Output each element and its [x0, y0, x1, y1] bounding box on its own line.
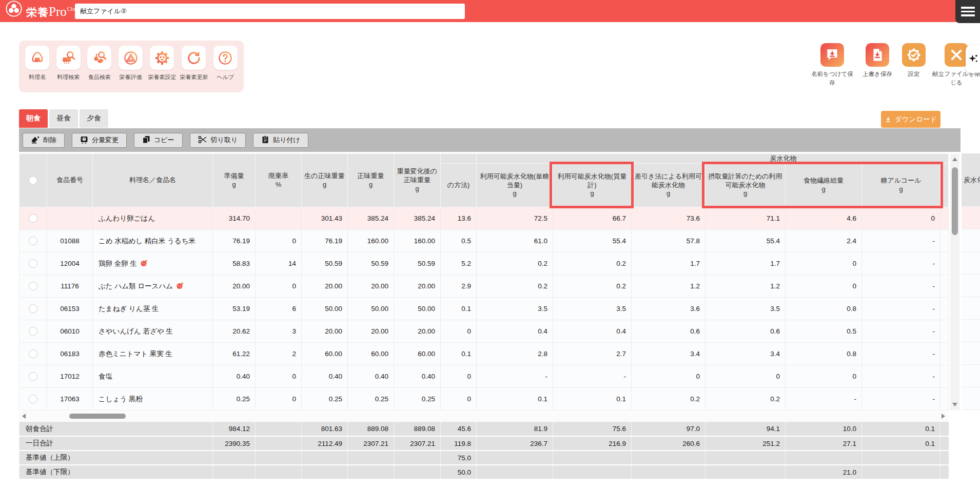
- row-select-cell: [19, 343, 47, 365]
- scroll-up-arrow[interactable]: [952, 158, 957, 161]
- quick-tool-4[interactable]: 栄養評価: [117, 46, 145, 87]
- value-cell: 5.2: [441, 252, 477, 275]
- value-cell: 3.6: [632, 298, 705, 320]
- value-cell: 160.00: [394, 230, 441, 252]
- value-cell: 0.8: [786, 298, 862, 320]
- summary-value-cell: 2307.21: [394, 436, 441, 451]
- app-logo: 栄養ProCloud: [0, 0, 81, 22]
- horizontal-scrollbar[interactable]: [19, 411, 948, 421]
- row-select-cell: [19, 320, 47, 343]
- row-select-radio[interactable]: [29, 237, 37, 245]
- file-action-1[interactable]: 名前をつけて保存: [811, 43, 854, 87]
- row-select-radio[interactable]: [29, 304, 37, 313]
- menu-file-name-input[interactable]: [75, 4, 465, 19]
- value-cell: 55.4: [553, 230, 632, 252]
- value-cell: 0.25: [394, 388, 441, 411]
- summary-value-cell: [302, 451, 348, 465]
- file-action-label: 名前をつけて保存: [811, 70, 854, 87]
- group-header-empty: [441, 154, 477, 164]
- column-header: 準備量g: [213, 154, 256, 207]
- summary-row: 基準値（上限）75.0: [19, 451, 949, 465]
- clipped-row: [962, 252, 980, 275]
- action-eraser[interactable]: 削除: [23, 133, 65, 148]
- summary-value-cell: 75.0: [441, 451, 477, 465]
- scroll-down-arrow[interactable]: [952, 403, 957, 406]
- select-all-radio[interactable]: [29, 176, 37, 185]
- summary-value-cell: [786, 451, 862, 465]
- scroll-right-arrow[interactable]: [942, 414, 945, 419]
- row-select-radio[interactable]: [29, 372, 37, 381]
- quick-tool-label: 料理検索: [57, 73, 80, 81]
- action-scale[interactable]: 分量変更: [72, 133, 127, 148]
- summary-value-cell: [477, 465, 553, 479]
- action-scissors[interactable]: 切り取り: [190, 133, 246, 148]
- summary-value-cell: [256, 451, 302, 465]
- summary-value-cell: [348, 465, 394, 479]
- sliver-cell: [940, 298, 949, 320]
- value-cell: 0.40: [348, 365, 394, 388]
- column-header: [940, 164, 949, 207]
- file-action-3[interactable]: 設定: [901, 43, 927, 79]
- file-action-label: 設定: [908, 70, 920, 79]
- tab-夕食[interactable]: 夕食: [80, 109, 108, 128]
- row-select-radio[interactable]: [29, 327, 37, 336]
- hamburger-menu-button[interactable]: [955, 0, 980, 23]
- food-name-cell: ぶた ハム類 ロースハム: [93, 275, 213, 298]
- table-row: 06153 たまねぎ りん茎 生53.19650.0050.0050.000.1…: [19, 298, 949, 320]
- food-name-cell: 赤色ミニトマト 果実 生: [93, 343, 213, 365]
- quick-tool-3[interactable]: 食品検索: [86, 46, 113, 87]
- quick-tool-label: 栄養素更新: [180, 73, 208, 81]
- value-cell: 3: [256, 320, 302, 343]
- value-cell: 0: [256, 365, 302, 388]
- summary-value-cell: 97.0: [632, 422, 705, 436]
- action-paste[interactable]: 貼り付け: [253, 133, 308, 148]
- summary-value-cell: 260.6: [632, 436, 705, 451]
- value-cell: 0: [441, 365, 477, 388]
- download-button[interactable]: ダウンロード: [881, 111, 940, 128]
- summary-label: 基準値（下限）: [19, 465, 213, 479]
- value-cell: 0.6: [705, 320, 786, 343]
- quick-tool-1[interactable]: 料理名: [24, 46, 51, 87]
- value-cell: 50.00: [302, 298, 348, 320]
- action-copy[interactable]: コピー: [134, 133, 183, 148]
- value-cell: 0: [441, 388, 477, 411]
- value-cell: 2.8: [477, 343, 553, 365]
- food-name-cell: こめ 水稲めし 精白米 うるち米: [93, 230, 213, 252]
- value-cell: 0.1: [477, 388, 553, 411]
- assistant-sparkle-button[interactable]: [966, 45, 980, 73]
- summary-row: 基準値（下限）50.021.0: [19, 465, 949, 479]
- horizontal-scroll-thumb[interactable]: [69, 414, 126, 419]
- value-cell: 0.2: [553, 275, 632, 298]
- value-cell: -: [862, 275, 940, 298]
- vertical-scrollbar[interactable]: [950, 154, 959, 410]
- row-select-radio[interactable]: [29, 349, 37, 358]
- file-action-2[interactable]: 上書き保存: [859, 43, 896, 79]
- paste-icon: [261, 135, 269, 145]
- value-cell: 0.6: [632, 320, 705, 343]
- sliver-cell: [940, 343, 949, 365]
- row-select-radio[interactable]: [29, 259, 37, 268]
- value-cell: 0.2: [632, 388, 705, 411]
- scroll-left-arrow[interactable]: [22, 414, 26, 419]
- row-select-radio[interactable]: [29, 282, 37, 290]
- value-cell: 0.2: [477, 275, 553, 298]
- value-cell: -: [862, 343, 940, 365]
- quick-tool-6[interactable]: 栄養素更新: [180, 46, 208, 87]
- value-cell: 50.00: [394, 298, 441, 320]
- vertical-scroll-thumb[interactable]: [952, 167, 958, 235]
- summary-value-cell: 984.12: [213, 422, 256, 436]
- quick-tool-5[interactable]: 栄養素設定: [148, 46, 176, 87]
- value-cell: 0.5: [786, 320, 862, 343]
- quick-tool-2[interactable]: 料理検索: [55, 46, 83, 87]
- column-header: 摂取量計算のための利用可能炭水化物g: [705, 164, 786, 207]
- row-select-radio[interactable]: [29, 214, 37, 223]
- tab-朝食[interactable]: 朝食: [19, 109, 48, 128]
- row-select-radio[interactable]: [29, 395, 37, 403]
- summary-value-cell: [862, 465, 940, 479]
- tab-昼食[interactable]: 昼食: [49, 109, 78, 128]
- sliver-cell: [940, 465, 949, 479]
- table-row: 17012 食塩0.4000.400.400.400--000-: [19, 365, 949, 388]
- quick-tool-7[interactable]: ヘルプ: [211, 46, 239, 87]
- summary-value-cell: [632, 451, 705, 465]
- summary-value-cell: 251.2: [705, 436, 786, 451]
